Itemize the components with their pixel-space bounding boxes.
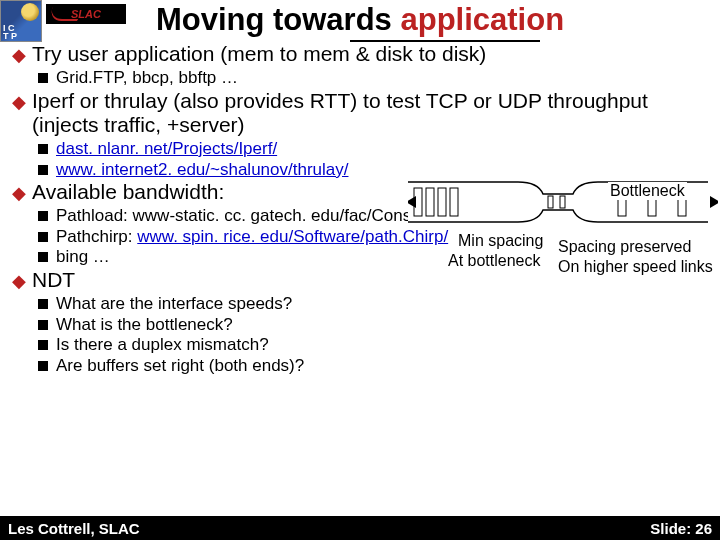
bottleneck-diagram: Bottleneck Min spacing At bottleneck Spa… xyxy=(408,172,720,292)
diamond-bullet-icon: ◆ xyxy=(12,45,26,66)
diamond-bullet-icon: ◆ xyxy=(12,183,26,204)
svg-rect-3 xyxy=(438,188,446,216)
subbullet-duplex: Is there a duplex mismatch? xyxy=(38,335,720,355)
svg-rect-5 xyxy=(548,196,553,208)
bullet-text: Available bandwidth: xyxy=(32,180,224,204)
svg-rect-4 xyxy=(450,188,458,216)
title-part2: application xyxy=(400,2,564,37)
thrulay-link[interactable]: www. internet2. edu/~shalunov/thrulay/ xyxy=(56,160,348,179)
bullet-text: Iperf or thrulay (also provides RTT) to … xyxy=(32,89,720,137)
square-bullet-icon xyxy=(38,252,48,262)
bullet-text: Are buffers set right (both ends)? xyxy=(56,356,304,376)
bullet-iperf: ◆ Iperf or thrulay (also provides RTT) t… xyxy=(12,89,720,137)
pathchirp-prefix: Pathchirp: xyxy=(56,227,137,246)
bullet-try-user-app: ◆ Try user application (mem to mem & dis… xyxy=(12,42,720,66)
subbullet-buffers: Are buffers set right (both ends)? xyxy=(38,356,720,376)
subbullet-what-bottleneck: What is the bottleneck? xyxy=(38,315,720,335)
bullet-text: NDT xyxy=(32,268,75,292)
pathchirp-link[interactable]: www. spin. rice. edu/Software/path.Chirp… xyxy=(137,227,448,246)
label-on-higher: On higher speed links xyxy=(558,258,713,276)
square-bullet-icon xyxy=(38,211,48,221)
title-part1: Moving towards xyxy=(156,2,392,37)
iperf-link[interactable]: dast. nlanr. net/Projects/Iperf/ xyxy=(56,139,277,158)
subbullet-gridftp: Grid.FTP, bbcp, bbftp … xyxy=(38,68,720,88)
bullet-text: What is the bottleneck? xyxy=(56,315,233,335)
diamond-bullet-icon: ◆ xyxy=(12,271,26,292)
footer-author: Les Cottrell, SLAC xyxy=(8,520,140,537)
square-bullet-icon xyxy=(38,320,48,330)
subbullet-interface-speeds: What are the interface speeds? xyxy=(38,294,720,314)
subbullet-iperf-link: dast. nlanr. net/Projects/Iperf/ xyxy=(38,139,720,159)
svg-rect-6 xyxy=(560,196,565,208)
slide: I CT P SLAC Moving towards application ◆… xyxy=(0,0,720,540)
bullet-text: Try user application (mem to mem & disk … xyxy=(32,42,486,66)
bullet-text: bing … xyxy=(56,247,110,267)
square-bullet-icon xyxy=(38,340,48,350)
square-bullet-icon xyxy=(38,144,48,154)
bullet-text: Is there a duplex mismatch? xyxy=(56,335,269,355)
footer-slide-number: Slide: 26 xyxy=(650,520,712,537)
bullet-text: Pathchirp: www. spin. rice. edu/Software… xyxy=(56,227,448,247)
slide-footer: Les Cottrell, SLAC Slide: 26 xyxy=(0,516,720,540)
label-at-bottleneck: At bottleneck xyxy=(448,252,541,270)
slide-title: Moving towards application xyxy=(0,2,720,38)
square-bullet-icon xyxy=(38,73,48,83)
square-bullet-icon xyxy=(38,232,48,242)
square-bullet-icon xyxy=(38,361,48,371)
diamond-bullet-icon: ◆ xyxy=(12,92,26,113)
label-min-spacing: Min spacing xyxy=(458,232,543,250)
svg-rect-2 xyxy=(426,188,434,216)
label-bottleneck: Bottleneck xyxy=(608,182,687,200)
label-spacing-preserved: Spacing preserved xyxy=(558,238,691,256)
bullet-text: Grid.FTP, bbcp, bbftp … xyxy=(56,68,238,88)
square-bullet-icon xyxy=(38,299,48,309)
square-bullet-icon xyxy=(38,165,48,175)
bullet-text: What are the interface speeds? xyxy=(56,294,292,314)
